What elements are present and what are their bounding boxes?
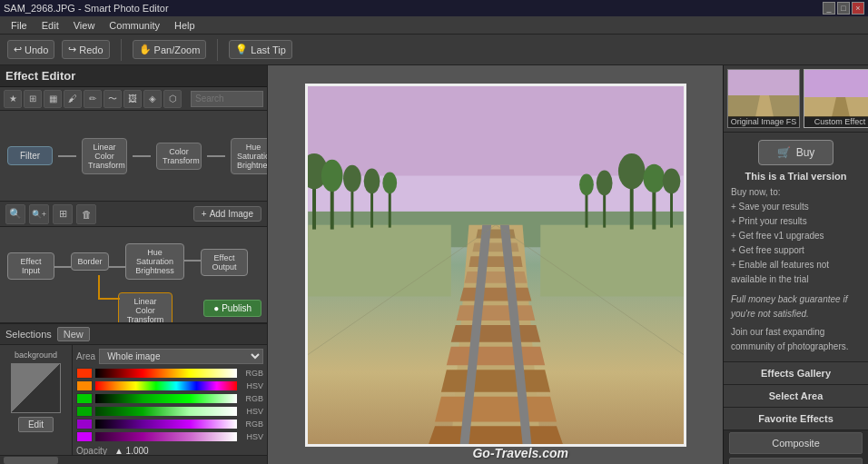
- color-swatch-5: [76, 419, 93, 429]
- main-layout: Effect Editor ★ ⊞ ▦ 🖌 ✏ 〜 🖼 ◈ ⬡ Filter L…: [0, 65, 868, 464]
- buy-panel: 🛒 Buy This is a Trial version Buy now, t…: [724, 133, 868, 362]
- zoom-in-btn[interactable]: 🔍+: [29, 204, 49, 224]
- effect-tool-star[interactable]: ★: [4, 90, 22, 108]
- svg-marker-15: [435, 396, 557, 421]
- add-icon: +: [202, 209, 207, 219]
- edit-selection-button[interactable]: Edit: [18, 417, 54, 432]
- free-support: + Get free support: [731, 243, 861, 258]
- svg-point-28: [643, 163, 665, 193]
- add-image-button[interactable]: + Add Image: [193, 206, 261, 222]
- svg-point-32: [363, 168, 380, 193]
- buy-button[interactable]: 🛒 Buy: [758, 140, 834, 165]
- selection-bg-label: background: [15, 350, 57, 360]
- svg-marker-7: [472, 242, 518, 252]
- left-panel: Effect Editor ★ ⊞ ▦ 🖌 ✏ 〜 🖼 ◈ ⬡ Filter L…: [0, 65, 268, 464]
- effects-gallery-btn[interactable]: Effects Gallery: [724, 362, 868, 385]
- print-results: + Print your results: [731, 214, 861, 229]
- composite-btn[interactable]: Composite: [729, 432, 863, 454]
- effect-tool-shape[interactable]: ◈: [143, 90, 162, 108]
- area-label: Area: [76, 351, 95, 361]
- toolbar: ↩ Undo ↪ Redo ✋ Pan/Zoom 💡 Last Tip: [0, 35, 868, 65]
- favorite-effects-btn[interactable]: Favorite Effects: [724, 408, 868, 430]
- effect-tool-curve[interactable]: 〜: [104, 90, 122, 108]
- pan-zoom-button[interactable]: ✋ Pan/Zoom: [133, 40, 207, 59]
- minimize-button[interactable]: _: [823, 2, 835, 15]
- color-transform-node[interactable]: Color Transform: [156, 143, 202, 170]
- tip-icon: 💡: [235, 44, 248, 55]
- effect-nodes-strip: Filter Linear Color Transform Color Tran…: [0, 111, 267, 202]
- yellow-conn-h: [98, 298, 120, 300]
- selections-panel: Selections New background Edit Area Whol…: [0, 323, 267, 455]
- svg-marker-16: [429, 426, 563, 444]
- svg-point-22: [321, 159, 342, 191]
- effect-tool-pen[interactable]: ✏: [84, 90, 102, 108]
- linear-color-node-canvas[interactable]: Linear ColorTransform: [118, 292, 173, 323]
- delete-btn[interactable]: 🗑: [76, 204, 96, 224]
- area-row: Area Whole image: [76, 349, 263, 364]
- gallery-thumb-custom[interactable]: Custom Effect: [804, 69, 868, 128]
- close-button[interactable]: ×: [852, 2, 864, 15]
- svg-rect-3: [308, 224, 451, 296]
- svg-marker-12: [450, 324, 540, 341]
- effect-toolbar: ★ ⊞ ▦ 🖌 ✏ 〜 🖼 ◈ ⬡: [0, 87, 267, 111]
- gallery-thumb-original[interactable]: Original Image FS: [727, 69, 800, 128]
- undo-button[interactable]: ↩ Undo: [7, 40, 54, 59]
- filter-node[interactable]: Filter: [7, 146, 53, 165]
- effect-tool-image[interactable]: 🖼: [123, 90, 142, 108]
- hue-sat-bright-node[interactable]: Hue Saturation Brightness: [231, 138, 267, 174]
- effect-search-input[interactable]: [191, 91, 263, 107]
- svg-point-26: [617, 153, 645, 188]
- gallery-row: Original Image FS Custom Effect ›: [724, 65, 868, 133]
- select-area-btn[interactable]: Select Area: [724, 385, 868, 408]
- color-label-hsv-1: HSV: [240, 381, 263, 390]
- erase-btn[interactable]: Erase: [729, 458, 863, 464]
- menu-view[interactable]: View: [66, 18, 103, 33]
- color-bar-hsv-2: [95, 407, 237, 416]
- effect-tool-brush[interactable]: 🖌: [64, 90, 82, 108]
- menu-help[interactable]: Help: [167, 18, 202, 33]
- trial-details: Buy now, to: + Save your results + Print…: [731, 185, 861, 354]
- fit-btn[interactable]: ⊞: [53, 204, 73, 224]
- all-features: + Enable all features not available in t…: [731, 258, 861, 287]
- selections-new-button[interactable]: New: [57, 327, 90, 341]
- effect-input-node[interactable]: EffectInput: [7, 252, 54, 280]
- window-controls[interactable]: _ □ ×: [823, 2, 864, 15]
- effect-tool-extra[interactable]: ⬡: [163, 90, 182, 108]
- undo-icon: ↩: [14, 44, 22, 55]
- redo-button[interactable]: ↪ Redo: [62, 40, 109, 59]
- color-row-2: HSV: [76, 380, 263, 391]
- svg-marker-10: [459, 287, 531, 301]
- color-swatch-6: [76, 431, 93, 442]
- cart-icon: 🛒: [777, 146, 791, 159]
- maximize-button[interactable]: □: [837, 2, 850, 15]
- hue-sat-node[interactable]: Hue SaturationBrightness: [125, 243, 184, 280]
- color-bar-hsv-1: [95, 381, 237, 390]
- effect-output-node[interactable]: EffectOutput: [201, 249, 248, 276]
- h-scrollbar[interactable]: [0, 455, 267, 464]
- selection-thumbnail[interactable]: [11, 363, 61, 413]
- menu-edit[interactable]: Edit: [35, 18, 66, 33]
- zoom-out-btn[interactable]: 🔍: [5, 204, 25, 224]
- border-node[interactable]: Border: [71, 252, 109, 271]
- publish-button[interactable]: ● Publish: [203, 300, 261, 317]
- title-bar: SAM_2968.JPG - Smart Photo Editor _ □ ×: [0, 0, 868, 16]
- svg-marker-13: [446, 346, 544, 365]
- selections-right: Area Whole image RGB: [73, 345, 267, 455]
- svg-point-24: [343, 164, 361, 192]
- node-connector-1: [58, 155, 76, 157]
- menu-community[interactable]: Community: [102, 18, 167, 33]
- right-panel: Original Image FS Custom Effect › 🛒 Buy …: [723, 65, 868, 464]
- color-row-5: RGB: [76, 419, 263, 429]
- gallery-label-custom: Custom Effect: [804, 116, 868, 127]
- redo-icon: ↪: [68, 44, 76, 55]
- scrollbar-thumb[interactable]: [4, 457, 58, 464]
- effect-tool-filter[interactable]: ▦: [44, 90, 62, 108]
- effect-editor-title: Effect Editor: [0, 65, 267, 87]
- effect-canvas[interactable]: EffectInput Border Hue SaturationBrightn…: [0, 227, 267, 323]
- area-dropdown[interactable]: Whole image: [99, 349, 263, 364]
- effect-tool-grid[interactable]: ⊞: [24, 90, 42, 108]
- menu-file[interactable]: File: [4, 18, 35, 33]
- linear-color-node[interactable]: Linear Color Transform: [82, 138, 127, 174]
- last-tip-button[interactable]: 💡 Last Tip: [229, 40, 292, 59]
- color-label-hsv-2: HSV: [240, 407, 263, 416]
